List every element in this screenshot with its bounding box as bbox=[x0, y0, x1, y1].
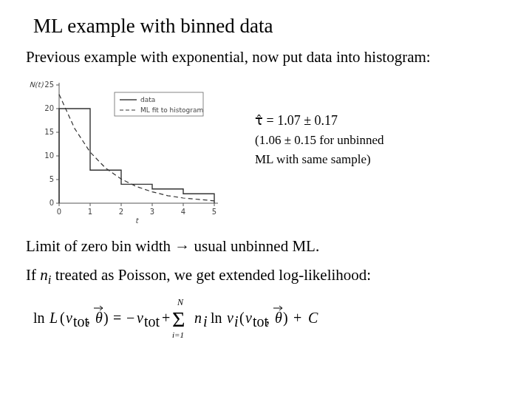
svg-text:N: N bbox=[177, 297, 184, 307]
subtitle: Previous example with exponential, now p… bbox=[26, 48, 506, 66]
svg-text:,: , bbox=[266, 310, 270, 326]
x-axis-label: t bbox=[135, 216, 140, 225]
svg-text:θ: θ bbox=[95, 310, 103, 326]
svg-text:C: C bbox=[308, 310, 318, 326]
svg-text:ln: ln bbox=[211, 310, 222, 326]
svg-text:2: 2 bbox=[119, 208, 123, 216]
y-axis-label: N(t) bbox=[29, 81, 44, 89]
svg-text:+: + bbox=[293, 310, 301, 326]
svg-text:0: 0 bbox=[57, 208, 61, 216]
svg-text:0: 0 bbox=[50, 199, 54, 207]
svg-text:−: − bbox=[126, 310, 134, 326]
svg-text:25: 25 bbox=[44, 81, 54, 89]
svg-text:Σ: Σ bbox=[172, 307, 185, 331]
svg-text:10: 10 bbox=[44, 151, 54, 160]
poisson-line: If ni treated as Poisson, we get extende… bbox=[26, 266, 506, 287]
estimate-text: τ̂ = 1.07 ± 0.17 (1.06 ± 0.15 for unbinn… bbox=[233, 74, 506, 168]
svg-text:20: 20 bbox=[44, 104, 54, 112]
limit-line: Limit of zero bin width → usual unbinned… bbox=[26, 237, 506, 256]
svg-text:ν: ν bbox=[137, 310, 143, 326]
legend-entry-fit: ML fit to histogram bbox=[140, 106, 203, 114]
poisson-var: n bbox=[40, 266, 48, 284]
svg-text:ln: ln bbox=[33, 310, 45, 326]
svg-text:(: ( bbox=[239, 310, 245, 327]
tau-unbinned-1: (1.06 ± 0.15 for unbinned bbox=[255, 131, 506, 150]
svg-text:L: L bbox=[49, 310, 58, 326]
svg-text:n: n bbox=[194, 310, 202, 326]
svg-text:): ) bbox=[283, 310, 288, 327]
poisson-prefix: If bbox=[26, 266, 40, 284]
svg-text:ν: ν bbox=[245, 310, 252, 326]
svg-text:,: , bbox=[86, 310, 90, 326]
svg-text:15: 15 bbox=[44, 128, 54, 136]
svg-text:): ) bbox=[103, 310, 109, 327]
svg-text:+: + bbox=[162, 310, 170, 326]
page-title: ML example with binned data bbox=[33, 15, 506, 38]
svg-text:5: 5 bbox=[50, 175, 54, 183]
svg-text:ν: ν bbox=[227, 310, 233, 326]
svg-text:tot: tot bbox=[144, 313, 160, 330]
svg-text:1: 1 bbox=[88, 208, 92, 216]
svg-text:3: 3 bbox=[150, 208, 154, 216]
svg-text:4: 4 bbox=[181, 208, 185, 216]
svg-text:=: = bbox=[113, 310, 121, 326]
tau-estimate: τ̂ = 1.07 ± 0.17 bbox=[255, 111, 506, 131]
svg-text:5: 5 bbox=[212, 208, 216, 216]
svg-text:i=1: i=1 bbox=[172, 330, 184, 339]
svg-text:θ: θ bbox=[275, 310, 282, 326]
histogram-chart: 0 1 2 3 4 5 0 5 10 15 20 25 t bbox=[26, 74, 233, 225]
log-likelihood-formula: ln L ( ν tot , θ ) = − ν tot + N Σ i=1 n… bbox=[26, 292, 506, 341]
tau-unbinned-2: ML with same sample) bbox=[255, 150, 506, 169]
svg-text:ν: ν bbox=[66, 310, 72, 326]
poisson-suffix: treated as Poisson, we get extended log-… bbox=[51, 266, 371, 284]
data-step-line bbox=[59, 109, 214, 203]
svg-text:(: ( bbox=[60, 310, 65, 327]
svg-text:i: i bbox=[203, 313, 208, 330]
svg-text:i: i bbox=[234, 313, 239, 330]
legend-entry-data: data bbox=[140, 96, 155, 103]
